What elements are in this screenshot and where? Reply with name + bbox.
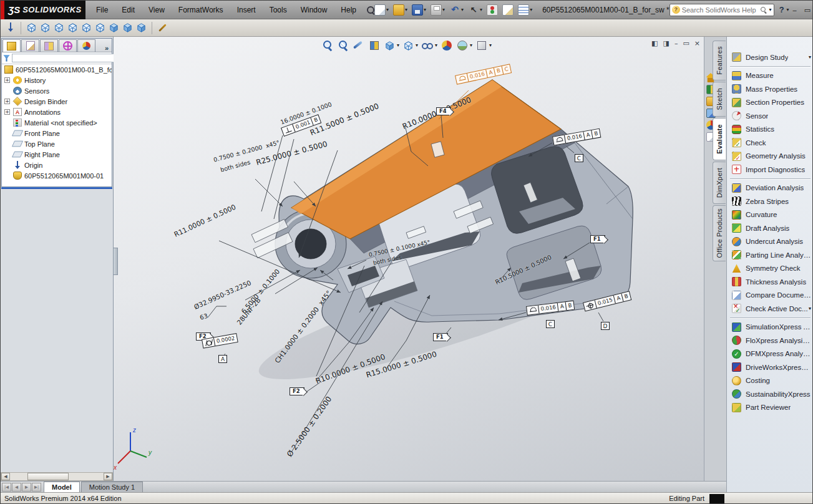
panel-item-deviation-analysis[interactable]: Deviation Analysis: [727, 182, 813, 195]
tab-model[interactable]: Model: [44, 482, 80, 492]
menu-edit[interactable]: Edit: [116, 3, 140, 17]
panel-item-sustainabilityxpress[interactable]: SustainabilityXpress: [727, 387, 813, 401]
dropdown-arrow-icon[interactable]: ▾: [442, 7, 445, 12]
tree-item-front-plane[interactable]: Front Plane: [2, 128, 112, 138]
panel-item-compare-documents[interactable]: Compare Documents: [727, 289, 813, 303]
reference-tool-icon[interactable]: [157, 22, 168, 34]
panel-splitter-handle[interactable]: [114, 248, 118, 275]
panel-item-symmetry-check[interactable]: Symmetry Check: [727, 262, 813, 276]
menu-tools[interactable]: Tools: [264, 3, 293, 17]
panel-item-measure[interactable]: Measure: [727, 69, 813, 83]
section-view-icon[interactable]: [368, 39, 381, 52]
restore-button[interactable]: ▭: [683, 39, 689, 48]
view-trimetric-icon[interactable]: [122, 22, 134, 34]
pane-left-icon[interactable]: ◧: [651, 39, 658, 48]
scroll-right-icon[interactable]: ▶: [104, 473, 112, 480]
prev-tab-button[interactable]: ◀: [12, 483, 21, 492]
rebuild-icon[interactable]: [487, 4, 498, 16]
view-right-icon[interactable]: [67, 22, 79, 34]
tree-item-sensors[interactable]: Sensors: [2, 85, 112, 96]
menu-insert[interactable]: Insert: [231, 3, 261, 17]
dropdown-arrow-icon[interactable]: ▾: [435, 43, 437, 48]
view-orientation-icon[interactable]: [384, 40, 396, 52]
feature-manager-tab-part[interactable]: [2, 39, 21, 52]
expand-toggle[interactable]: +: [4, 99, 10, 104]
edit-appearance-icon[interactable]: [441, 39, 453, 52]
dropdown-arrow-icon[interactable]: ▾: [416, 43, 418, 48]
tree-item-design-binder[interactable]: +Design Binder: [2, 96, 112, 107]
tree-item-60p5512065m001m00-01[interactable]: 60P5512065M001M00-01: [2, 170, 112, 181]
restore-button[interactable]: ▭: [801, 5, 813, 15]
tab-dimxpert[interactable]: DimXpert: [713, 162, 726, 204]
view-isometric-icon[interactable]: [108, 22, 120, 34]
menu-file[interactable]: File: [90, 3, 114, 17]
panel-item-check[interactable]: Check: [727, 136, 813, 150]
dropdown-arrow-icon[interactable]: ▾: [809, 306, 811, 311]
feature-manager-tab-properties[interactable]: [21, 39, 39, 52]
display-style-icon[interactable]: [402, 40, 414, 52]
hide-show-items-icon[interactable]: [421, 39, 434, 52]
previous-view-icon[interactable]: [353, 39, 365, 52]
help-search-box[interactable]: ? ▾: [669, 4, 774, 16]
next-tab-button[interactable]: ▶: [22, 483, 31, 492]
dropdown-arrow-icon[interactable]: ▾: [424, 7, 426, 12]
dropdown-arrow-icon[interactable]: ▾: [489, 43, 492, 48]
scroll-left-icon[interactable]: ◀: [1, 473, 10, 480]
tree-item-material-not-specified[interactable]: Material <not specified>: [2, 117, 112, 128]
panel-item-costing[interactable]: Costing: [727, 374, 813, 388]
dropdown-arrow-icon[interactable]: ▾: [530, 7, 532, 12]
panel-horizontal-scrollbar[interactable]: ◀ ▶: [1, 472, 113, 481]
view-dimetric-icon[interactable]: [135, 22, 147, 34]
minimize-button[interactable]: –: [789, 5, 801, 15]
first-tab-button[interactable]: |◀: [2, 483, 11, 492]
apply-scene-icon[interactable]: [456, 39, 469, 52]
view-front-icon[interactable]: [26, 22, 37, 34]
panel-item-geometry-analysis[interactable]: Geometry Analysis: [727, 150, 813, 163]
new-document-icon[interactable]: [374, 4, 386, 16]
tab-features[interactable]: Features: [713, 41, 726, 80]
tree-item-history[interactable]: +History: [2, 75, 112, 85]
tree-item-root[interactable]: 60P5512065M001M00-01_B_for_: [2, 64, 112, 75]
dropdown-arrow-icon[interactable]: ▾: [405, 7, 407, 12]
menu-formatworks[interactable]: FormatWorks: [173, 3, 229, 17]
graphics-viewport[interactable]: ▾▾▾▾▾ ◧◨–▭×: [114, 37, 704, 481]
panel-item-import-diagnostics[interactable]: Import Diagnostics: [727, 163, 813, 177]
close-button[interactable]: ×: [694, 39, 700, 48]
zoom-fit-icon[interactable]: [321, 39, 334, 52]
panel-item-draft-analysis[interactable]: Draft Analysis: [727, 221, 813, 235]
view-bottom-icon[interactable]: [94, 22, 106, 34]
search-dropdown-icon[interactable]: ▾: [769, 7, 772, 12]
panel-item-simulationxpress-an[interactable]: SimulationXpress An...: [727, 321, 813, 334]
search-input[interactable]: [682, 6, 758, 14]
print-icon[interactable]: [431, 4, 442, 16]
view-top-icon[interactable]: [80, 22, 92, 34]
panel-item-undercut-analysis[interactable]: Undercut Analysis: [727, 235, 813, 249]
panel-item-floxpress-analysis-w[interactable]: FloXpress Analysis W...: [727, 334, 813, 347]
tree-item-top-plane[interactable]: Top Plane: [2, 138, 112, 149]
panel-item-driveworksxpress-w[interactable]: DriveWorksXpress W...: [727, 361, 813, 374]
save-icon[interactable]: [412, 4, 423, 16]
feature-manager-tab-configurations[interactable]: [40, 39, 58, 52]
menu-help[interactable]: Help: [335, 3, 362, 17]
panel-item-part-reviewer[interactable]: Part Reviewer: [727, 401, 813, 415]
tree-filter-input[interactable]: [12, 54, 124, 62]
dropdown-arrow-icon[interactable]: ▾: [480, 7, 482, 12]
panel-item-mass-properties[interactable]: Mass Properties: [727, 82, 813, 96]
panel-item-dfmxpress-analysis[interactable]: DFMXpress Analysis ...: [727, 347, 813, 361]
feature-manager-tab-display[interactable]: [77, 39, 95, 52]
tab-office-products[interactable]: Office Products: [713, 205, 726, 261]
dropdown-arrow-icon[interactable]: ▾: [397, 43, 399, 48]
panel-item-curvature[interactable]: Curvature: [727, 208, 813, 222]
pane-right-icon[interactable]: ◨: [663, 39, 669, 48]
tree-item-annotations[interactable]: +Annotations: [2, 107, 112, 117]
select-icon[interactable]: [468, 4, 479, 16]
panel-item-parting-line-analysis[interactable]: Parting Line Analysis: [727, 248, 813, 262]
dropdown-arrow-icon[interactable]: ▾: [470, 43, 472, 48]
menu-view[interactable]: View: [143, 3, 170, 17]
scrollbar-thumb[interactable]: [27, 473, 69, 480]
panel-item-statistics[interactable]: Statistics: [727, 123, 813, 137]
help-button[interactable]: ?: [779, 5, 784, 14]
menu-window[interactable]: Window: [295, 3, 333, 17]
panel-item-check-active-doc[interactable]: Check Active Doc...▾: [727, 302, 813, 316]
panel-item-design-study[interactable]: Design Study▾: [727, 51, 813, 64]
